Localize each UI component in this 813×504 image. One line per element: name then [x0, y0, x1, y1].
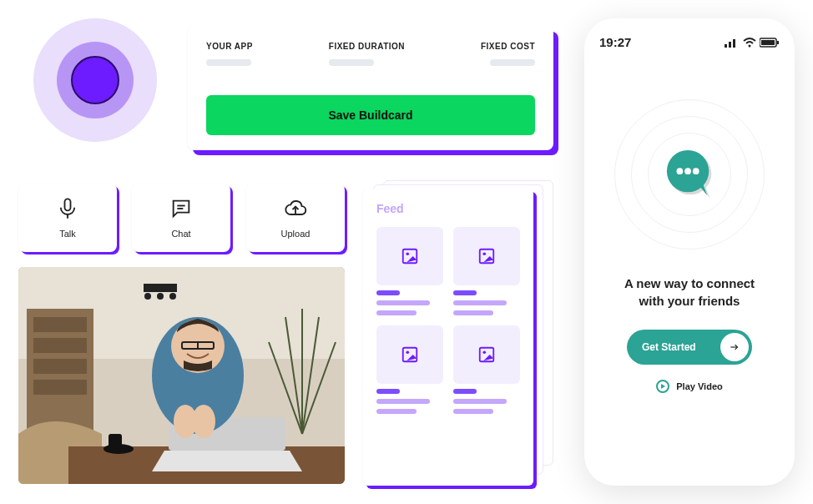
image-placeholder-icon — [453, 325, 520, 384]
phone-mock: 19:27 A new way to connect with your fri… — [584, 18, 795, 486]
svg-point-37 — [406, 350, 409, 354]
arrow-right-icon — [720, 333, 749, 361]
svg-rect-8 — [33, 317, 87, 332]
upload-button[interactable]: Upload — [246, 184, 345, 252]
hero-photo — [18, 267, 345, 484]
skeleton-line — [453, 409, 493, 414]
svg-rect-12 — [144, 284, 177, 292]
headline-line1: A new way to connect — [599, 275, 780, 292]
buildcard-value-app — [206, 59, 251, 66]
get-started-label: Get Started — [642, 341, 696, 353]
skeleton-line — [376, 409, 417, 414]
skeleton-line — [453, 290, 477, 295]
save-buildcard-button[interactable]: Save Buildcard — [206, 95, 535, 135]
play-icon — [656, 380, 669, 393]
svg-point-39 — [482, 350, 486, 354]
buildcard-label-duration: FIXED DURATION — [329, 42, 405, 51]
svg-rect-10 — [33, 359, 87, 374]
battery-icon — [760, 38, 780, 48]
skeleton-line — [453, 300, 507, 305]
get-started-button[interactable]: Get Started — [627, 330, 752, 365]
image-placeholder-icon — [376, 227, 443, 285]
svg-point-33 — [406, 252, 409, 255]
buildcard-label-app: YOUR APP — [206, 42, 253, 51]
logo-orb-mid — [57, 42, 134, 118]
chat-label: Chat — [171, 229, 190, 239]
svg-point-14 — [157, 293, 164, 300]
chat-button[interactable]: Chat — [132, 184, 230, 252]
svg-point-13 — [144, 293, 151, 300]
svg-point-50 — [693, 168, 699, 174]
feed-stack: Feed — [363, 189, 553, 486]
play-video-label: Play Video — [676, 381, 722, 391]
cloud-upload-icon — [284, 197, 307, 224]
status-icons — [725, 38, 780, 48]
svg-rect-0 — [65, 199, 71, 210]
speech-bubble-icon — [664, 149, 715, 200]
svg-rect-42 — [733, 39, 735, 48]
buildcard-label-cost: FIXED COST — [481, 42, 535, 51]
feed-item[interactable] — [453, 325, 520, 414]
talk-button[interactable]: Talk — [18, 184, 117, 252]
svg-marker-23 — [152, 451, 302, 471]
signal-icon — [725, 38, 740, 48]
feed-title: Feed — [376, 202, 520, 215]
talk-label: Talk — [59, 229, 76, 239]
buildcard-value-duration — [329, 59, 374, 66]
headline-line2: with your friends — [599, 292, 780, 310]
feed-item[interactable] — [376, 325, 443, 414]
feed-item[interactable] — [453, 227, 520, 315]
svg-point-43 — [749, 44, 751, 47]
chat-icon — [169, 197, 193, 224]
svg-rect-25 — [109, 434, 122, 449]
skeleton-line — [453, 389, 477, 394]
svg-rect-46 — [777, 41, 779, 44]
skeleton-line — [376, 290, 400, 295]
feed-card: Feed — [363, 189, 533, 486]
buildcard-panel: YOUR APP FIXED DURATION FIXED COST Save … — [188, 27, 553, 150]
svg-rect-41 — [729, 42, 731, 48]
skeleton-line — [376, 389, 400, 394]
microphone-icon — [56, 197, 79, 224]
skeleton-line — [376, 310, 417, 315]
upload-label: Upload — [281, 229, 311, 239]
logo-orb-inner — [71, 56, 119, 104]
logo-orb — [33, 18, 157, 142]
wifi-icon — [743, 38, 756, 48]
svg-point-48 — [677, 168, 684, 174]
skeleton-line — [376, 300, 430, 305]
svg-rect-45 — [761, 40, 775, 45]
buildcard-value-cost — [490, 59, 535, 66]
play-video-button[interactable]: Play Video — [656, 380, 722, 393]
skeleton-line — [376, 399, 430, 404]
status-bar: 19:27 — [599, 35, 780, 49]
svg-rect-9 — [33, 338, 87, 353]
svg-rect-11 — [33, 380, 87, 395]
svg-point-31 — [192, 405, 215, 438]
image-placeholder-icon — [453, 227, 520, 285]
image-placeholder-icon — [376, 325, 443, 384]
svg-rect-40 — [725, 44, 727, 48]
skeleton-line — [453, 399, 507, 404]
chat-app-logo — [614, 99, 765, 249]
phone-headline: A new way to connect with your friends — [599, 275, 780, 310]
feed-item[interactable] — [376, 227, 443, 315]
svg-point-49 — [684, 168, 691, 174]
svg-point-15 — [169, 293, 176, 300]
svg-point-35 — [482, 252, 486, 255]
skeleton-line — [453, 310, 493, 315]
status-time: 19:27 — [599, 35, 631, 49]
